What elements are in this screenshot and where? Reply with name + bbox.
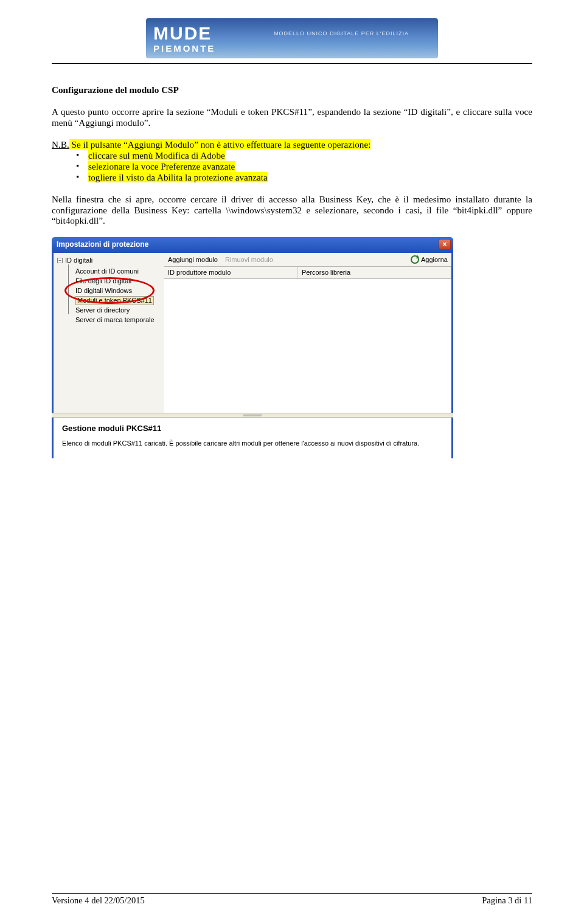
bullet-list: cliccare sul menù Modifica di Adobe sele… — [52, 150, 532, 183]
brand-top: MUDE — [153, 24, 215, 43]
list-header: ID produttore modulo Percorso libreria — [164, 267, 451, 279]
collapse-icon[interactable]: − — [57, 258, 63, 263]
tree-item-label: Account di ID comuni — [75, 267, 139, 275]
lower-panel: Gestione moduli PKCS#11 Elenco di moduli… — [52, 418, 453, 458]
tree-item-timestamp[interactable]: Server di marca temporale — [75, 315, 162, 325]
column-header-id[interactable]: ID produttore modulo — [164, 267, 298, 278]
footer-rule — [52, 893, 532, 894]
tree-root[interactable]: − ID digitali — [57, 257, 162, 264]
toolbar-label: Aggiungi modulo — [168, 256, 218, 264]
bullet-item: selezionare la voce Preferenze avanzate — [76, 161, 532, 172]
column-header-path[interactable]: Percorso libreria — [298, 267, 451, 278]
banner-subtitle: MODELLO UNICO DIGITALE PER L'EDILIZIA — [274, 30, 409, 36]
nb-label: N.B. — [52, 139, 69, 150]
tree-panel: − ID digitali Account di ID comuni File … — [54, 253, 164, 413]
panel-heading: Gestione moduli PKCS#11 — [62, 424, 443, 433]
bullet-item: cliccare sul menù Modifica di Adobe — [76, 150, 532, 161]
remove-module-button[interactable]: Rimuovi modulo — [225, 256, 273, 264]
splitter-handle[interactable] — [52, 413, 453, 418]
tree-items: Account di ID comuni File degli ID digit… — [75, 266, 162, 325]
add-module-button[interactable]: Aggiungi modulo — [168, 256, 218, 264]
bullet-item: togliere il visto da Abilita la protezio… — [76, 172, 532, 183]
close-button[interactable]: × — [439, 239, 451, 250]
nb-text: Se il pulsante “Aggiungi Modulo” non è a… — [69, 139, 371, 150]
dialog-screenshot: Impostazioni di protezione × − ID digita… — [52, 237, 453, 458]
tree-item-label: File degli ID digitali — [75, 277, 131, 285]
tree-item-pkcs11[interactable]: Moduli e token PKCS#11 — [75, 295, 162, 305]
tree-item-label: ID digitali Windows — [75, 287, 132, 295]
dialog-body: − ID digitali Account di ID comuni File … — [52, 253, 453, 413]
refresh-icon — [411, 255, 419, 264]
bullet-text: selezionare la voce Preferenze avanzate — [88, 161, 235, 171]
document-body: Configurazione del modulo CSP A questo p… — [52, 64, 532, 458]
paragraph-2: Nella finestra che si apre, occorre cerc… — [52, 194, 532, 227]
right-panel: Aggiungi modulo Rimuovi modulo Aggiorna … — [164, 253, 451, 413]
section-title: Configurazione del modulo CSP — [52, 84, 532, 95]
nb-line: N.B. Se il pulsante “Aggiungi Modulo” no… — [52, 139, 532, 150]
dialog-titlebar: Impostazioni di protezione × — [52, 237, 453, 253]
tree-item-accounts[interactable]: Account di ID comuni — [75, 266, 162, 276]
footer-version: Versione 4 del 22/05/2015 — [52, 895, 145, 906]
panel-text: Elenco di moduli PKCS#11 caricati. È pos… — [62, 440, 443, 447]
tree-root-label: ID digitali — [65, 257, 92, 264]
tree-item-label: Server di marca temporale — [75, 316, 155, 324]
tree-item-directory[interactable]: Server di directory — [75, 305, 162, 315]
bullet-text: togliere il visto da Abilita la protezio… — [88, 172, 268, 182]
tree-item-files[interactable]: File degli ID digitali — [75, 276, 162, 286]
page-footer: Versione 4 del 22/05/2015 Pagina 3 di 11 — [52, 893, 532, 906]
brand-bottom: PIEMONTE — [153, 44, 215, 53]
bullet-text: cliccare sul menù Modifica di Adobe — [88, 150, 225, 160]
footer-page: Pagina 3 di 11 — [482, 895, 532, 906]
close-icon: × — [442, 240, 447, 249]
logo: MUDE PIEMONTE — [153, 24, 215, 53]
toolbar: Aggiungi modulo Rimuovi modulo Aggiorna — [164, 253, 451, 267]
refresh-button[interactable]: Aggiorna — [411, 255, 448, 264]
tree-item-label: Server di directory — [75, 306, 130, 314]
toolbar-label: Aggiorna — [421, 256, 448, 264]
toolbar-label: Rimuovi modulo — [225, 256, 273, 264]
paragraph-1: A questo punto occorre aprire la sezione… — [52, 106, 532, 128]
list-body[interactable] — [164, 279, 451, 413]
dialog-title: Impostazioni di protezione — [57, 240, 148, 249]
tree-item-label: Moduli e token PKCS#11 — [75, 296, 154, 305]
header-banner: MUDE PIEMONTE MODELLO UNICO DIGITALE PER… — [146, 18, 438, 58]
tree-item-windows[interactable]: ID digitali Windows — [75, 286, 162, 295]
grip-icon — [243, 415, 262, 416]
tree-connector — [68, 264, 69, 314]
